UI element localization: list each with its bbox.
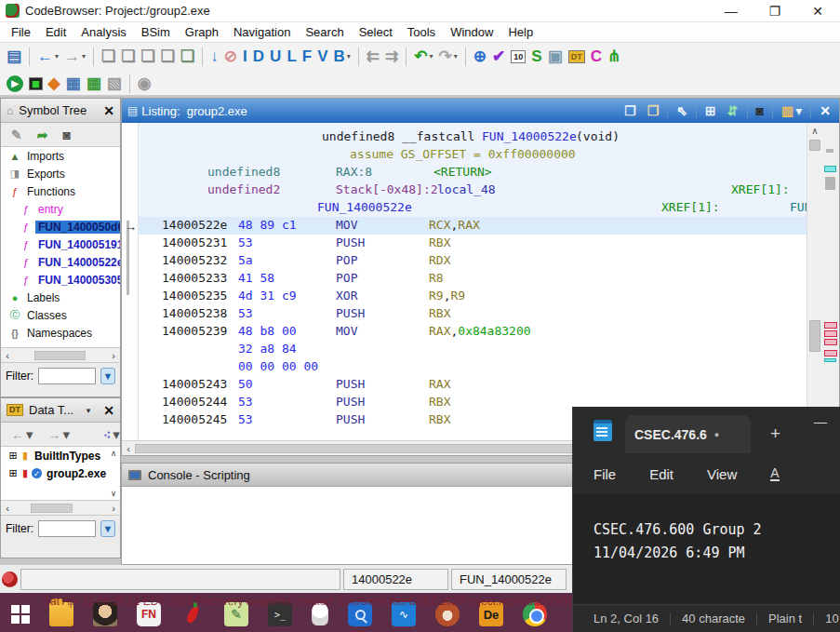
dtm-item-group2.exe[interactable]: ⊞▮✓group2.exe <box>1 464 120 482</box>
dropdown-caret-icon[interactable]: ▾ <box>454 52 458 61</box>
export-page-icon[interactable]: ➦ <box>34 125 51 145</box>
nav-marker-cyan[interactable] <box>824 166 836 172</box>
letter-l-icon[interactable]: L <box>284 47 299 67</box>
letter-u-icon[interactable]: U <box>267 47 284 67</box>
camera-icon[interactable]: ◙ <box>60 125 73 145</box>
edit-fields-icon[interactable]: ⊞ <box>702 101 719 121</box>
menu-file[interactable]: File <box>4 23 38 41</box>
globe-icon[interactable]: ⊕ <box>471 47 489 67</box>
listing-row[interactable]: 1400052354d 31 c9XORR9,R9 <box>139 288 807 305</box>
dropdown-caret-icon[interactable]: ▾ <box>347 52 351 61</box>
arrow-in-icon[interactable]: ⇇ <box>364 47 382 67</box>
down-arrow-icon[interactable]: ↓ <box>207 47 221 67</box>
sidebar-item-namespaces[interactable]: {}Namespaces <box>1 324 120 342</box>
scroll-left-icon[interactable]: ‹ <box>1 350 14 361</box>
page-icon-1[interactable]: ❏ <box>99 47 118 67</box>
diff-icon[interactable]: ⇵ <box>725 101 741 121</box>
scroll-left-icon[interactable]: ‹ <box>122 443 135 454</box>
scroll-thumb[interactable] <box>31 504 73 513</box>
listing-vscroll[interactable]: ∧ <box>807 123 822 440</box>
undo-icon[interactable]: ↶▾ <box>411 47 435 67</box>
expander-icon[interactable]: ⊞ <box>7 450 20 462</box>
sidebar-item-imports[interactable]: ▲Imports <box>1 147 120 165</box>
letter-b-icon[interactable]: B▾ <box>331 47 353 67</box>
scroll-thumb[interactable] <box>809 320 820 352</box>
script-icon[interactable]: S <box>528 47 544 67</box>
listing-row[interactable]: 14000523948 b8 00MOVRAX,0x84a83200 <box>139 323 807 341</box>
scroll-right-icon[interactable]: › <box>107 503 120 514</box>
listing-row[interactable]: 00 00 00 00 <box>139 358 807 376</box>
dropdown-caret-icon[interactable]: ▾ <box>113 426 120 443</box>
forward-icon[interactable]: →▾ <box>46 424 73 445</box>
listing-row[interactable]: 14000523153PUSHRBX <box>139 235 807 252</box>
copy-icon[interactable]: ❐ <box>621 101 639 121</box>
sidebar-item-classes[interactable]: ⒸClasses <box>1 306 120 324</box>
menu-select[interactable]: Select <box>352 23 400 41</box>
page-icon-2[interactable]: ❏ <box>118 47 138 67</box>
symbol-tree-close-icon[interactable]: ✕ <box>103 103 114 118</box>
sidebar-item-fun_140005191[interactable]: ƒFUN_140005191 <box>1 235 120 253</box>
back-icon[interactable]: ←▾ <box>34 47 61 67</box>
notepad-menu-view[interactable]: View <box>707 466 737 482</box>
letter-f-icon[interactable]: F <box>300 47 314 67</box>
scroll-up-icon[interactable]: ∧ <box>108 449 119 458</box>
binary-icon[interactable]: 10 <box>508 49 528 64</box>
sidebar-item-fun_1400050d6[interactable]: ƒFUN_1400050d6 <box>1 218 120 235</box>
nav-marker-gray[interactable] <box>826 149 833 153</box>
run-icon[interactable]: ▶ <box>4 74 26 93</box>
data-types-close-icon[interactable]: ✕ <box>103 403 114 418</box>
sidebar-item-labels[interactable]: ●Labels <box>1 289 120 306</box>
font-style-icon[interactable]: A <box>770 466 779 481</box>
listing-row[interactable]: 14000522e48 89 c1MOVRCX,RAX <box>139 217 807 235</box>
listing-row[interactable]: 1400052325aPOPRDX <box>139 252 807 270</box>
dropdown-caret-icon[interactable]: ▾ <box>795 103 802 118</box>
circle-icon[interactable]: ◉ <box>135 74 154 94</box>
forward-icon[interactable]: →▾ <box>61 47 88 67</box>
notepad-menu-edit[interactable]: Edit <box>649 466 673 482</box>
disable-icon[interactable]: ⊘ <box>221 47 240 67</box>
restore-button[interactable]: ❐ <box>769 4 781 19</box>
listing-content[interactable]: undefined8 __fastcall FUN_14000522e(void… <box>139 123 807 440</box>
clef-icon[interactable]: C <box>588 47 605 67</box>
scroll-up-icon[interactable]: ∧ <box>807 123 822 136</box>
sidebar-item-entry[interactable]: ƒentry <box>1 200 120 218</box>
menu-navigation[interactable]: Navigation <box>226 23 298 41</box>
data-types-header[interactable]: DT Data T... ▾ ✕ <box>1 398 120 423</box>
menu-window[interactable]: Window <box>443 23 500 41</box>
letter-i-icon[interactable]: I <box>240 47 250 67</box>
nav-marker-cyan[interactable] <box>824 358 836 362</box>
notepad-tab[interactable]: CSEC.476.6 ● <box>625 415 751 453</box>
filter-options-icon[interactable]: ▼ <box>100 368 115 384</box>
orgchart-icon[interactable]: ⋔ <box>605 47 623 67</box>
notepad-menu-file[interactable]: File <box>593 466 616 482</box>
minimize-button[interactable]: — <box>725 4 738 19</box>
scroll-right-icon[interactable]: › <box>107 350 120 361</box>
panel-menu-caret-icon[interactable]: ▾ <box>87 406 91 415</box>
letter-v-icon[interactable]: V <box>314 47 330 67</box>
dropdown-caret-icon[interactable]: ▾ <box>55 52 59 61</box>
sidebar-item-exports[interactable]: ◨Exports <box>1 165 120 182</box>
image-icon[interactable]: ▣ <box>545 47 566 67</box>
navigation-marker-strip[interactable] <box>822 123 839 440</box>
symbol-tree-hscroll[interactable]: ‹ › <box>1 348 120 363</box>
page-icon-3[interactable]: ❏ <box>139 47 158 67</box>
letter-d-icon[interactable]: D <box>250 47 267 67</box>
snapshot-icon[interactable]: ◙ <box>753 101 767 121</box>
scroll-thumb[interactable] <box>34 351 86 360</box>
dropdown-caret-icon[interactable]: ▾ <box>430 52 433 61</box>
notepad-text-area[interactable]: CSEC.476.600 Group 2 11/04/2026 6:49 PM <box>573 494 840 604</box>
menu-edit[interactable]: Edit <box>38 23 73 41</box>
dropdown-caret-icon[interactable]: ▾ <box>82 52 86 61</box>
dt-folder-icon[interactable]: DT <box>566 49 588 64</box>
tree-dots-icon[interactable]: ⁖▾ <box>100 424 123 445</box>
check-icon[interactable]: ✔ <box>489 47 508 67</box>
listing-row[interactable]: 14000523853PUSHRBX <box>139 305 807 323</box>
back-icon[interactable]: ←▾ <box>8 424 36 445</box>
scroll-thumb[interactable] <box>809 140 820 151</box>
sidebar-item-functions[interactable]: ƒFunctions <box>1 182 120 200</box>
save-icon[interactable]: ▤ <box>4 47 24 67</box>
listing-row[interactable]: 32 a8 84 <box>139 341 807 358</box>
data-types-vscroll[interactable]: ∧ ∨ <box>108 449 119 498</box>
menu-graph[interactable]: Graph <box>178 23 226 41</box>
pencil-icon[interactable]: ✎ <box>8 125 25 145</box>
